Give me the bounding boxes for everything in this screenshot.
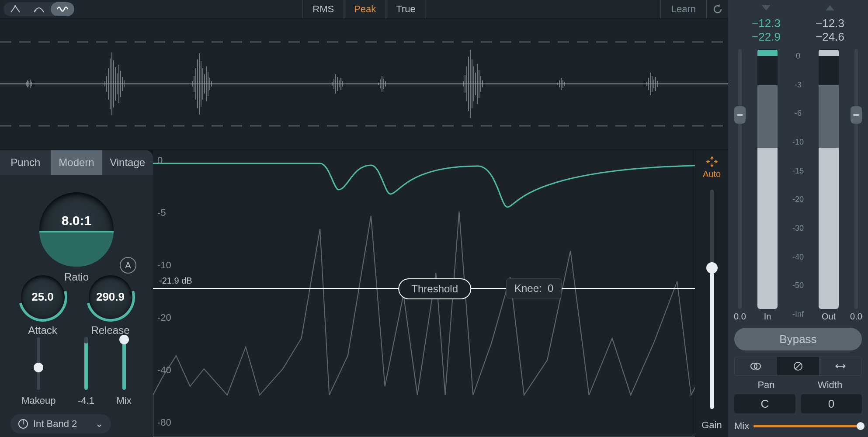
svg-point-0 — [14, 5, 16, 7]
ratio-value: 8.0:1 — [39, 213, 114, 228]
out-trim-slider[interactable]: 0.0 — [851, 49, 862, 322]
view-mode-curve[interactable] — [27, 2, 51, 16]
top-toolbar: RMS Peak True Learn — [0, 0, 728, 18]
view-mode-group — [3, 2, 74, 16]
auto-release-toggle[interactable]: A — [120, 257, 136, 274]
pan-value[interactable]: C — [734, 394, 795, 413]
in-meter: In — [749, 49, 786, 322]
in-peak-readout: −12.3 — [752, 17, 781, 30]
view-mode-waveform[interactable] — [51, 2, 74, 16]
makeup-label: Makeup — [21, 395, 56, 406]
svg-point-1 — [35, 10, 36, 11]
output-mix-slider[interactable] — [753, 425, 862, 427]
view-mode-gainreduction[interactable] — [3, 2, 27, 16]
pan-label: Pan — [734, 379, 798, 391]
attack-value: 25.0 — [21, 290, 65, 304]
ratio-knob[interactable]: 8.0:1 Ratio — [39, 192, 114, 283]
out-arrow-icon — [826, 5, 834, 10]
style-tab-modern[interactable]: Modern — [51, 150, 102, 175]
attack-knob[interactable]: 25.0 Attack — [21, 275, 65, 336]
gr-slider[interactable]: -4.1 — [78, 337, 94, 406]
learn-button[interactable]: Learn — [660, 0, 706, 18]
style-tabs: Punch Modern Vintage — [0, 150, 153, 175]
waveform-display — [0, 18, 728, 149]
stereo-link-icon[interactable] — [735, 357, 777, 375]
db-scale: 0-3-6-10-15-20-30-40-50-Inf — [789, 49, 807, 322]
style-tab-punch[interactable]: Punch — [0, 150, 51, 175]
gr-label: -4.1 — [78, 395, 94, 406]
output-mix-label: Mix — [734, 420, 749, 432]
stereo-mode-segmented[interactable] — [734, 357, 862, 376]
threshold-pill[interactable]: Threshold — [398, 278, 471, 299]
in-rms-readout: −22.9 — [752, 30, 781, 44]
y-axis-labels: 0 -5 -10 -20 -40 -80 — [157, 150, 171, 437]
band-selector[interactable]: Int Band 2 ⌄ — [10, 414, 111, 434]
style-tab-vintage[interactable]: Vintage — [102, 150, 153, 175]
mix-label: Mix — [116, 395, 131, 406]
attack-label: Attack — [21, 324, 65, 336]
out-rms-readout: −24.6 — [816, 30, 844, 44]
gain-label: Gain — [701, 420, 722, 431]
gain-reduction-graph[interactable]: 0 -5 -10 -20 -40 -80 -21.9 dB Threshold … — [153, 150, 728, 437]
in-trim-slider[interactable]: 0.0 — [734, 49, 746, 322]
detection-tabs: RMS Peak True — [302, 0, 425, 18]
output-meter-panel: −12.3 −22.9 −12.3 −24.6 0.0 In 0-3-6-10-… — [728, 0, 868, 437]
release-knob[interactable]: 290.9 Release — [89, 275, 132, 336]
detect-tab-true[interactable]: True — [386, 0, 425, 18]
out-meter: Out — [810, 49, 847, 322]
detect-tab-rms[interactable]: RMS — [302, 0, 344, 18]
reset-button[interactable] — [706, 0, 728, 18]
svg-line-8 — [795, 363, 801, 369]
makeup-slider[interactable]: Makeup — [21, 337, 56, 406]
bypass-button[interactable]: Bypass — [734, 328, 862, 350]
release-value: 290.9 — [89, 290, 132, 304]
band-name: Int Band 2 — [33, 418, 77, 430]
gain-panel: Auto Gain — [695, 150, 728, 437]
out-peak-readout: −12.3 — [816, 17, 844, 30]
detect-tab-peak[interactable]: Peak — [344, 0, 386, 18]
width-label: Width — [798, 379, 862, 391]
width-value[interactable]: 0 — [801, 394, 862, 413]
power-icon — [18, 419, 28, 429]
auto-gain-button[interactable]: Auto — [703, 156, 721, 179]
in-arrow-icon — [762, 5, 771, 10]
gain-slider[interactable] — [710, 190, 714, 409]
swap-channels-icon[interactable] — [819, 357, 861, 375]
phase-invert-icon[interactable] — [777, 357, 819, 375]
mix-slider[interactable]: Mix — [116, 337, 131, 406]
knee-box[interactable]: Knee: 0 — [506, 278, 562, 298]
controls-panel: 8.0:1 Ratio A 25.0 Attack 290.9 Release … — [0, 175, 153, 437]
threshold-db-readout: -21.9 dB — [159, 276, 192, 286]
chevron-down-icon: ⌄ — [95, 418, 103, 430]
